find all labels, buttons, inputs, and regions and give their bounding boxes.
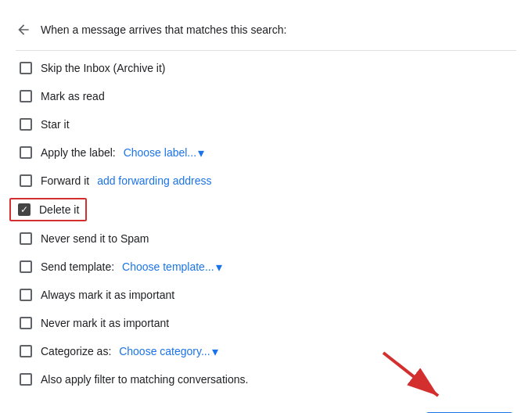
template-dropdown-arrow-icon: ▾ [216, 260, 222, 275]
checkbox-apply-label[interactable] [19, 145, 33, 160]
option-skip-inbox: Skip the Inbox (Archive it) [16, 54, 516, 82]
checkbox-always-important[interactable] [19, 288, 33, 302]
checkbox-delete-it[interactable]: ✓ [17, 203, 31, 217]
choose-template-dropdown[interactable]: Choose template... ▾ [122, 260, 222, 275]
option-forward-it: Forward it add forwarding address [16, 167, 516, 195]
label-mark-as-read: Mark as read [41, 90, 105, 102]
label-never-important: Never mark it as important [41, 317, 169, 329]
label-apply-label: Apply the label: Choose label... ▾ [41, 145, 204, 160]
checkbox-never-important[interactable] [19, 316, 33, 330]
checkbox-categorize-as[interactable] [19, 344, 33, 358]
option-send-template: Send template: Choose template... ▾ [16, 253, 516, 281]
option-never-spam: Never send it to Spam [16, 224, 516, 253]
option-mark-as-read: Mark as read [16, 82, 516, 110]
delete-it-highlighted: ✓ Delete it [9, 198, 87, 221]
label-forward-it: Forward it add forwarding address [41, 174, 211, 187]
choose-label-dropdown[interactable]: Choose label... ▾ [124, 145, 204, 160]
label-also-apply: Also apply filter to matching conversati… [41, 373, 248, 386]
add-forwarding-address-link[interactable]: add forwarding address [97, 174, 211, 187]
checkbox-send-template[interactable] [19, 260, 33, 274]
option-apply-label: Apply the label: Choose label... ▾ [16, 138, 516, 167]
checkbox-forward-it[interactable] [19, 174, 33, 188]
label-delete-it: Delete it [39, 203, 79, 216]
label-send-template: Send template: Choose template... ▾ [41, 260, 222, 275]
category-dropdown-arrow-icon: ▾ [212, 344, 218, 359]
checkbox-star-it[interactable] [19, 117, 33, 131]
checkmark-icon: ✓ [20, 205, 28, 214]
label-always-important: Always mark it as important [41, 289, 174, 301]
label-star-it: Star it [41, 118, 70, 131]
header: When a message arrives that matches this… [16, 13, 516, 51]
choose-category-dropdown[interactable]: Choose category... ▾ [119, 344, 217, 359]
label-categorize-as: Categorize as: Choose category... ▾ [41, 344, 218, 359]
option-always-important: Always mark it as important [16, 281, 516, 309]
footer-wrapper: ? Learn more Create filter [16, 400, 516, 413]
checkbox-never-spam[interactable] [19, 232, 33, 246]
red-arrow-icon [376, 345, 454, 408]
option-never-important: Never mark it as important [16, 309, 516, 337]
checkbox-mark-as-read[interactable] [19, 89, 33, 103]
header-title: When a message arrives that matches this… [41, 23, 286, 36]
option-star-it: Star it [16, 110, 516, 138]
label-dropdown-arrow-icon: ▾ [198, 145, 204, 160]
back-arrow-icon[interactable] [16, 22, 31, 38]
label-skip-inbox: Skip the Inbox (Archive it) [41, 62, 166, 74]
label-never-spam: Never send it to Spam [41, 232, 149, 245]
option-delete-it-row: ✓ Delete it [16, 195, 516, 224]
filter-options-container: When a message arrives that matches this… [0, 0, 532, 413]
checkbox-also-apply[interactable] [19, 372, 33, 386]
svg-line-1 [383, 353, 438, 396]
checkbox-skip-inbox[interactable] [19, 61, 33, 75]
